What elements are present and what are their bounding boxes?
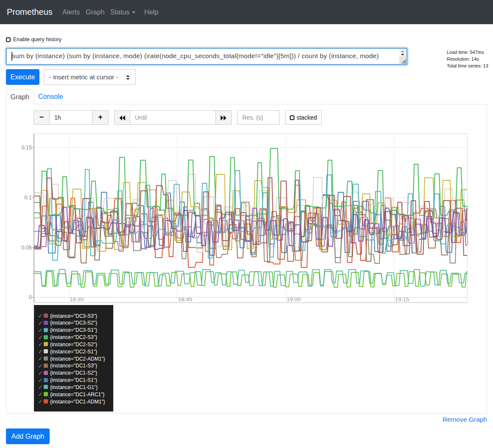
svg-text:18:45: 18:45: [178, 296, 193, 302]
svg-text:19:15: 19:15: [395, 296, 409, 302]
svg-text:0.1: 0.1: [25, 195, 32, 201]
svg-text:0.15: 0.15: [22, 145, 32, 151]
svg-text:19:00: 19:00: [286, 296, 301, 302]
svg-text:0: 0: [29, 294, 32, 300]
svg-text:0.05: 0.05: [22, 245, 32, 251]
svg-text:18:30: 18:30: [70, 296, 84, 302]
